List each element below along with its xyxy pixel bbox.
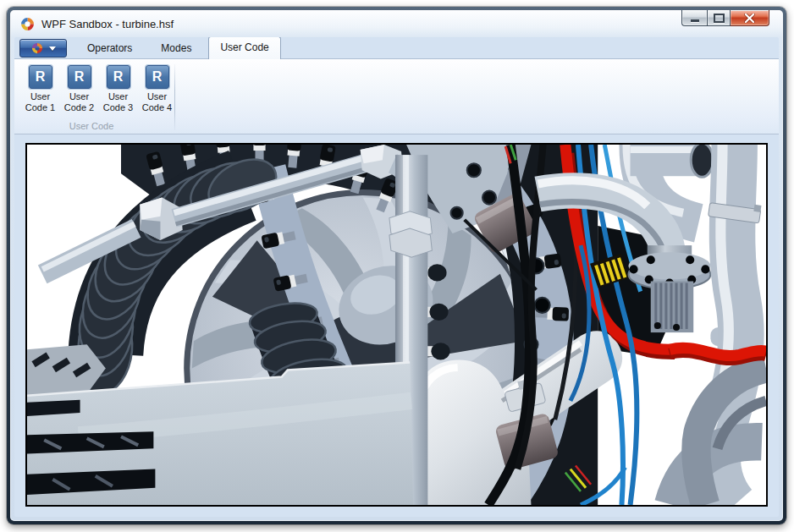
window-inner: WPF Sandbox - turbine.hsf [10, 10, 783, 521]
close-button[interactable] [731, 10, 769, 26]
chevron-down-icon [49, 47, 56, 51]
button-label: User Code 4 [142, 91, 172, 112]
swirl-logo-icon [20, 17, 35, 31]
user-code-1-button[interactable]: R User Code 1 [22, 63, 58, 112]
ribbon-body: R User Code 1 R User Code 2 [14, 58, 779, 134]
label-line2: Code 4 [142, 102, 172, 113]
label-line1: User [64, 91, 94, 102]
button-label: User Code 1 [25, 91, 55, 112]
label-line2: Code 2 [64, 102, 94, 113]
window-controls [681, 10, 769, 26]
minimize-icon [691, 19, 699, 22]
app-body: Operators Modes User Code R User Code 1 [14, 37, 779, 517]
group-buttons: R User Code 1 R User Code 2 [22, 63, 175, 112]
label-line1: User [142, 91, 172, 102]
turbine-3d-render [27, 145, 766, 505]
swirl-logo-icon [31, 42, 43, 54]
button-label: User Code 2 [64, 91, 94, 112]
button-label: User Code 3 [103, 91, 133, 112]
label-line1: User [25, 91, 55, 102]
close-icon [744, 14, 755, 23]
minimize-button[interactable] [681, 10, 707, 26]
titlebar: WPF Sandbox - turbine.hsf [10, 10, 783, 37]
user-code-4-button[interactable]: R User Code 4 [139, 63, 175, 112]
group-label: User Code [14, 121, 168, 131]
app-menu-button[interactable] [19, 39, 67, 58]
label-line2: Code 1 [25, 102, 55, 113]
label-line1: User [103, 91, 133, 102]
tab-modes[interactable]: Modes [149, 37, 203, 58]
app-window: WPF Sandbox - turbine.hsf [7, 7, 786, 524]
group-separator [174, 64, 175, 130]
r-icon: R [146, 65, 169, 89]
r-icon: R [68, 65, 91, 89]
user-code-3-button[interactable]: R User Code 3 [100, 63, 136, 112]
tab-user-code[interactable]: User Code [208, 37, 280, 59]
r-icon: R [29, 65, 52, 89]
ribbon-tab-strip: Operators Modes User Code [14, 37, 779, 58]
viewport-3d[interactable] [25, 143, 768, 507]
maximize-button[interactable] [707, 10, 731, 26]
r-icon: R [107, 65, 130, 89]
label-line2: Code 3 [103, 102, 133, 113]
user-code-2-button[interactable]: R User Code 2 [61, 63, 97, 112]
maximize-icon [714, 14, 725, 23]
window-title: WPF Sandbox - turbine.hsf [41, 18, 174, 30]
viewport-area [14, 134, 779, 517]
ribbon-group-user-code: R User Code 1 R User Code 2 [14, 59, 175, 134]
tab-operators[interactable]: Operators [75, 37, 144, 58]
